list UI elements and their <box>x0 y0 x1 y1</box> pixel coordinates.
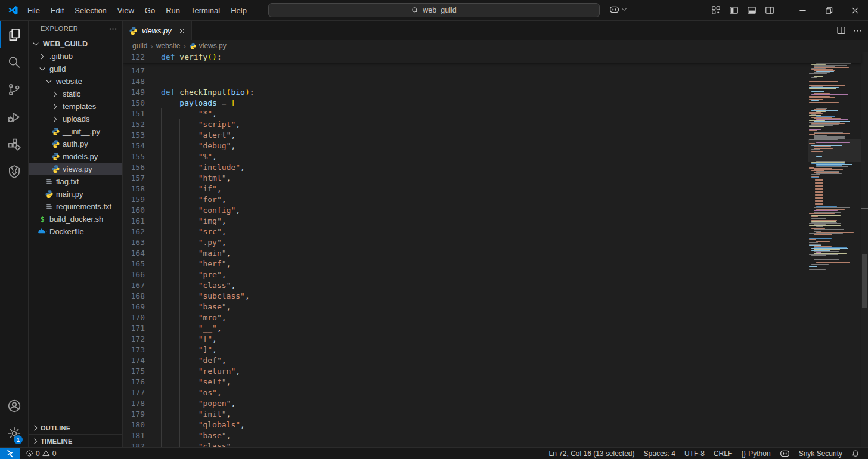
code-line[interactable]: 160 "config", <box>123 205 868 216</box>
scrollbar-thumb[interactable] <box>862 254 867 308</box>
eol-status[interactable]: CRLF <box>710 449 736 458</box>
cursor-position-status[interactable]: Ln 72, Col 16 (13 selected) <box>545 449 638 458</box>
code-line[interactable]: 155 "%", <box>123 151 868 162</box>
tree-item-views-py[interactable]: views.py <box>29 163 122 175</box>
encoding-status[interactable]: UTF-8 <box>681 449 708 458</box>
tree-item-models-py[interactable]: models.py <box>29 150 122 163</box>
settings-gear-icon[interactable]: 1 <box>0 420 28 447</box>
code-line[interactable]: 167 "class", <box>123 280 868 291</box>
code-line[interactable]: 169 "base", <box>123 302 868 312</box>
tree-item-templates[interactable]: templates <box>29 100 122 113</box>
restore-button[interactable] <box>816 0 842 20</box>
code-editor[interactable]: 122def verify(): 147148149def checkInput… <box>123 52 868 447</box>
code-line[interactable]: 170 "mro", <box>123 312 868 323</box>
tree-item-website[interactable]: website <box>29 75 122 88</box>
extensions-activity-icon[interactable] <box>0 131 28 158</box>
code-line[interactable]: 180 "globals", <box>123 420 868 430</box>
language-status[interactable]: {} Python <box>737 449 774 458</box>
code-line[interactable]: 159 "for", <box>123 194 868 205</box>
timeline-section[interactable]: TIMELINE <box>29 434 122 447</box>
toggle-panel-icon[interactable] <box>743 2 761 18</box>
code-line[interactable]: 173 "]", <box>123 345 868 355</box>
code-line[interactable]: 157 "html", <box>123 173 868 184</box>
tree-item-requirements-txt[interactable]: requirements.txt <box>29 200 122 213</box>
menu-help[interactable]: Help <box>225 4 252 17</box>
code-line[interactable]: 177 "os", <box>123 387 868 398</box>
menu-view[interactable]: View <box>112 4 140 17</box>
code-line[interactable]: 179 "init", <box>123 409 868 420</box>
code-line[interactable]: 162 "src", <box>123 227 868 237</box>
split-editor-icon[interactable] <box>836 26 846 35</box>
tree-item-main-py[interactable]: main.py <box>29 188 122 200</box>
snyk-security-status[interactable]: Snyk Security <box>795 449 846 458</box>
code-line[interactable]: 182 "class", <box>123 441 868 447</box>
close-button[interactable] <box>842 0 868 20</box>
tree-item-build-docker-sh[interactable]: $build_docker.sh <box>29 213 122 225</box>
code-line[interactable]: 156 "include", <box>123 162 868 173</box>
code-line[interactable]: 154 "debug", <box>123 141 868 151</box>
code-line[interactable]: 168 "subclass", <box>123 291 868 302</box>
indentation-status[interactable]: Spaces: 4 <box>640 449 679 458</box>
code-line[interactable]: 148 <box>123 76 868 87</box>
problems-status[interactable]: 0 0 <box>22 449 60 458</box>
code-line[interactable]: 161 "img", <box>123 216 868 227</box>
search-activity-icon[interactable] <box>0 48 28 76</box>
menu-file[interactable]: File <box>22 4 45 17</box>
code-line[interactable]: 178 "popen", <box>123 398 868 409</box>
tree-item-auth-py[interactable]: auth.py <box>29 138 122 150</box>
menu-edit[interactable]: Edit <box>45 4 69 17</box>
menu-terminal[interactable]: Terminal <box>185 4 225 17</box>
tree-item-dockerfile[interactable]: Dockerfile <box>29 225 122 238</box>
customize-layout-icon[interactable] <box>707 2 725 18</box>
menu-run[interactable]: Run <box>160 4 185 17</box>
code-line[interactable]: 158 "if", <box>123 184 868 194</box>
source-control-activity-icon[interactable] <box>0 76 28 103</box>
code-line[interactable]: 174 "def", <box>123 355 868 366</box>
code-line[interactable]: 166 "pre", <box>123 269 868 280</box>
code-line[interactable]: 149def checkInput(bio): <box>123 87 868 98</box>
remote-indicator[interactable] <box>0 448 20 459</box>
code-line[interactable]: 172 "[", <box>123 334 868 345</box>
account-icon[interactable] <box>0 392 28 420</box>
breadcrumb-guild[interactable]: guild <box>132 42 147 50</box>
copilot-menu-button[interactable] <box>609 4 628 14</box>
code-line[interactable]: 181 "base", <box>123 430 868 441</box>
code-line[interactable]: 171 "__", <box>123 323 868 334</box>
code-line[interactable]: 165 "herf", <box>123 259 868 269</box>
breadcrumb-website[interactable]: website <box>156 42 181 50</box>
tree-item--github[interactable]: .github <box>29 50 122 63</box>
code-line-sticky[interactable]: 122def verify(): <box>123 52 861 63</box>
outline-section[interactable]: OUTLINE <box>29 421 122 434</box>
breadcrumb-views-py[interactable]: views.py <box>189 42 227 50</box>
command-center-search[interactable]: web_guild <box>268 3 600 17</box>
sticky-scroll-line[interactable]: 122def verify(): <box>123 52 861 63</box>
run-debug-activity-icon[interactable] <box>0 103 28 131</box>
menu-go[interactable]: Go <box>140 4 160 17</box>
code-line[interactable]: 176 "self", <box>123 377 868 387</box>
toggle-sidebar-icon[interactable] <box>725 2 743 18</box>
code-line[interactable]: 153 "alert", <box>123 130 868 141</box>
toggle-secondary-sidebar-icon[interactable] <box>761 2 779 18</box>
snyk-activity-icon[interactable] <box>0 158 28 185</box>
vertical-scrollbar[interactable] <box>861 52 868 447</box>
minimize-button[interactable] <box>789 0 816 20</box>
code-line[interactable]: 164 "main", <box>123 248 868 259</box>
copilot-status-icon[interactable] <box>776 448 793 458</box>
tab-close-icon[interactable] <box>178 27 185 35</box>
code-line[interactable]: 147 <box>123 66 868 76</box>
tree-item-web-guild[interactable]: WEB_GUILD <box>29 38 122 50</box>
explorer-more-actions-icon[interactable] <box>108 24 117 33</box>
code-line[interactable]: 151 "*", <box>123 108 868 119</box>
explorer-activity-icon[interactable] <box>0 21 28 48</box>
editor-more-actions-icon[interactable] <box>853 26 862 35</box>
code-line[interactable]: 175 "return", <box>123 366 868 377</box>
code-line[interactable]: 163 ".py", <box>123 237 868 248</box>
notifications-bell-icon[interactable] <box>848 449 863 458</box>
tab-views-py[interactable]: views.py <box>123 21 192 40</box>
minimap[interactable] <box>808 52 861 447</box>
code-line[interactable]: 150 payloads = [ <box>123 98 868 108</box>
tree-item-guild[interactable]: guild <box>29 63 122 75</box>
tree-item-flag-txt[interactable]: flag.txt <box>29 175 122 188</box>
tree-item-uploads[interactable]: uploads <box>29 113 122 125</box>
tree-item--init-py[interactable]: __init__.py <box>29 125 122 138</box>
